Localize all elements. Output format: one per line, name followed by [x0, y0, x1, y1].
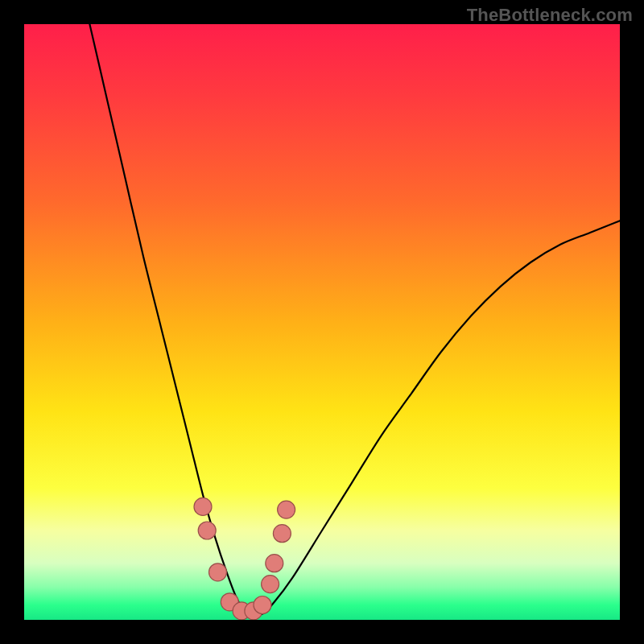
marker-point [209, 564, 227, 581]
marker-point [198, 522, 216, 539]
bottleneck-curve [89, 24, 620, 615]
chart-frame: { "watermark": "TheBottleneck.com", "col… [0, 0, 644, 644]
plot-area [24, 24, 620, 620]
marker-point [273, 525, 291, 543]
marker-point [262, 576, 279, 593]
marker-point [254, 597, 271, 614]
marker-point [266, 555, 283, 572]
watermark-text: TheBottleneck.com [467, 5, 633, 26]
marker-point [278, 501, 295, 518]
marker-point [194, 497, 212, 515]
curve-layer [24, 24, 620, 620]
